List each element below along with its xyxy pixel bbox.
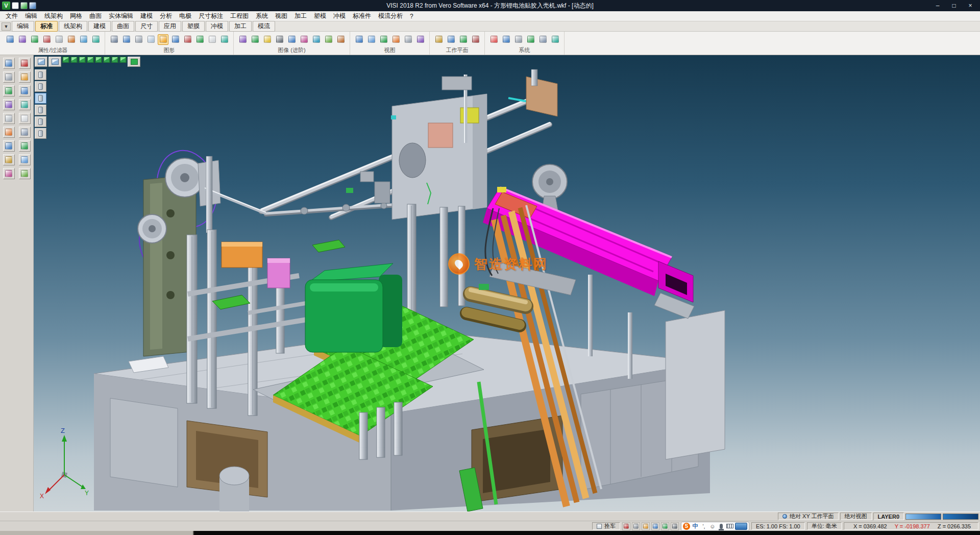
ime-logo-icon[interactable]: S	[683, 523, 690, 530]
ribbon-tab[interactable]: 线架构	[59, 21, 87, 32]
zoom-fit-icon[interactable]	[354, 34, 364, 45]
workplane-align-icon[interactable]	[446, 34, 456, 45]
swap-icon[interactable]	[90, 34, 101, 45]
layer-color-swatch[interactable]	[905, 514, 941, 520]
taskbar-segment[interactable]	[0, 531, 194, 535]
snap-toggle[interactable]: 拴车	[592, 522, 620, 530]
measure-icon[interactable]	[3, 127, 15, 138]
delete-icon[interactable]	[19, 58, 31, 69]
macro-icon[interactable]	[651, 522, 659, 530]
menu-item[interactable]: 网格	[66, 11, 86, 21]
unlink-icon[interactable]	[41, 34, 52, 45]
layers-icon[interactable]	[3, 168, 15, 179]
back-view-icon[interactable]	[79, 57, 86, 63]
viewport-3d[interactable]: Z X Y 智造资料网	[34, 55, 980, 512]
cylinder-display-icon[interactable]	[170, 34, 181, 45]
view-axes-icon[interactable]	[48, 57, 61, 67]
ribbon-tab[interactable]: 编辑	[12, 21, 34, 32]
ime-punctuation-toggle[interactable]: ’,	[700, 523, 707, 530]
background-color-swatch[interactable]	[943, 514, 978, 520]
sheet-icon[interactable]	[19, 113, 31, 124]
layer-status[interactable]: LAYER0	[873, 513, 904, 520]
filter-mesh-icon[interactable]	[35, 116, 46, 127]
view-list-icon[interactable]	[35, 57, 47, 67]
visi-logo[interactable]: V	[2, 2, 10, 10]
zoom-window-icon[interactable]	[366, 34, 377, 45]
ribbon-tab[interactable]: 尺寸	[135, 21, 158, 32]
material-icon[interactable]	[250, 34, 260, 45]
capture-icon[interactable]	[622, 522, 630, 530]
shaded-icon[interactable]	[121, 34, 132, 45]
ribbon-tab[interactable]: 应用	[159, 21, 181, 32]
ime-keyboard-icon[interactable]	[726, 523, 733, 530]
previous-view-icon[interactable]	[403, 34, 413, 45]
keyboard-shortcut-icon[interactable]	[671, 522, 679, 530]
regen-icon[interactable]	[219, 34, 230, 45]
filter-curve-icon[interactable]	[35, 81, 46, 92]
section-icon[interactable]	[182, 34, 193, 45]
background-icon[interactable]	[311, 34, 322, 45]
ribbon-tab[interactable]: 加工	[229, 21, 252, 32]
shadow-icon[interactable]	[274, 34, 285, 45]
menu-item[interactable]: 曲面	[86, 11, 105, 21]
erase-icon[interactable]	[66, 34, 77, 45]
menu-item[interactable]: 工程图	[227, 11, 252, 21]
shaded-cube-icon[interactable]	[128, 57, 140, 67]
open-model-icon[interactable]	[20, 2, 28, 9]
view-status[interactable]: 绝对视图	[840, 513, 872, 520]
link-icon[interactable]	[29, 34, 40, 45]
menu-item[interactable]: 加工	[291, 11, 310, 21]
menu-item[interactable]: 文件	[2, 11, 21, 21]
stack-icon[interactable]	[78, 34, 89, 45]
view-tool-icon[interactable]	[29, 2, 36, 9]
ime-mic-icon[interactable]	[718, 523, 725, 530]
box-select-icon[interactable]	[3, 154, 15, 165]
options-icon[interactable]	[537, 34, 548, 45]
axis-icon[interactable]	[19, 140, 31, 152]
iso-view-icon[interactable]	[62, 57, 69, 63]
menu-item[interactable]: 建模	[137, 11, 156, 21]
ime-language-toggle[interactable]: 中	[692, 523, 699, 530]
grid-display-icon[interactable]	[194, 34, 205, 45]
menu-item[interactable]: 尺寸标注	[195, 11, 227, 21]
monitor-icon[interactable]	[501, 34, 511, 45]
modify-icon[interactable]	[19, 99, 31, 110]
menu-item[interactable]: 编辑	[21, 11, 41, 21]
ribbon-tab[interactable]: 冲模	[206, 21, 228, 32]
gear-edit-icon[interactable]	[3, 99, 15, 110]
edit-point-icon[interactable]	[19, 85, 31, 96]
ribbon-tab[interactable]: 标准	[35, 21, 58, 32]
ime-toolbox-icon[interactable]	[735, 523, 747, 530]
menu-item[interactable]: 冲模	[330, 11, 349, 21]
menu-item[interactable]: 系统	[252, 11, 272, 21]
notes-icon[interactable]	[642, 522, 650, 530]
print-icon[interactable]	[632, 522, 640, 530]
cylinder-filter-icon[interactable]	[3, 113, 15, 124]
annotate-icon[interactable]	[19, 71, 31, 83]
menu-item[interactable]: 塑模	[310, 11, 330, 21]
filter-icon[interactable]	[17, 34, 28, 45]
workplane-view-icon[interactable]	[458, 34, 469, 45]
capture-icon[interactable]	[335, 34, 346, 45]
cut-icon[interactable]	[54, 34, 64, 45]
left-view-icon[interactable]	[87, 57, 94, 63]
front-view-icon[interactable]	[70, 57, 78, 63]
right-view-icon[interactable]	[95, 57, 102, 63]
minimize-button[interactable]: –	[930, 1, 945, 10]
ribbon-tab[interactable]: 模流	[253, 21, 275, 32]
environment-icon[interactable]	[323, 34, 334, 45]
bottom-view-icon[interactable]	[111, 57, 118, 63]
undo-icon[interactable]	[19, 154, 31, 165]
blank-icon[interactable]	[207, 34, 217, 45]
workplane-icon[interactable]	[433, 34, 444, 45]
menu-item[interactable]: 实体编辑	[105, 11, 137, 21]
filter-surface-icon[interactable]	[35, 93, 46, 104]
ghost-icon[interactable]	[145, 34, 156, 45]
maximize-button[interactable]: □	[946, 1, 962, 10]
ime-emoji-button[interactable]: ☺	[709, 523, 716, 530]
new-doc-icon[interactable]	[12, 2, 19, 9]
lock-icon[interactable]	[19, 127, 31, 138]
ribbon-tab[interactable]: 塑膜	[182, 21, 205, 32]
select-box-icon[interactable]	[3, 71, 15, 83]
texture-icon[interactable]	[237, 34, 248, 45]
